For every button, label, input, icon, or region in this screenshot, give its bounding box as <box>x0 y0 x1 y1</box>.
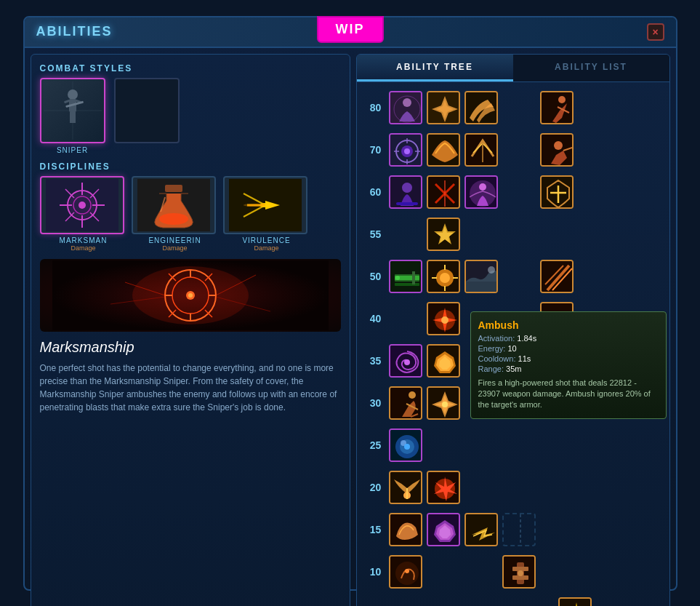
svg-point-71 <box>554 141 563 150</box>
ability-slot-35-1[interactable] <box>389 344 422 378</box>
svg-point-26 <box>159 213 188 225</box>
ability-slot-60-4[interactable] <box>540 175 574 209</box>
engineering-type: Damage <box>132 244 219 252</box>
level-row-25: 25 <box>363 427 664 463</box>
ability-slot-30-2[interactable] <box>427 386 460 420</box>
ability-slot-15-connector <box>502 513 536 546</box>
ability-slot-50-2[interactable] <box>427 260 460 293</box>
level-row-70: 70 <box>363 132 664 168</box>
level-10-number: 10 <box>363 566 389 578</box>
svg-point-62 <box>404 148 410 154</box>
empty-card-inner <box>116 79 178 142</box>
level-60-slots <box>389 175 664 209</box>
ability-slot-1-1[interactable] <box>558 597 592 607</box>
style-card-sniper[interactable]: SNIPER <box>40 78 105 154</box>
ability-slot-15-3[interactable] <box>464 513 498 546</box>
svg-rect-103 <box>466 282 498 293</box>
level-80-slots <box>389 91 664 124</box>
virulence-icon <box>229 179 302 231</box>
ability-slot-80-1[interactable] <box>389 91 422 124</box>
style-cards: SNIPER <box>40 78 341 154</box>
left-panel: COMBAT STYLES <box>31 54 350 607</box>
level-50-slots <box>389 260 664 293</box>
ability-slot-50-4[interactable] <box>540 260 574 293</box>
ability-slot-70-3[interactable] <box>464 133 498 167</box>
svg-point-58 <box>558 96 566 103</box>
ability-slot-60-3[interactable] <box>464 175 498 209</box>
tooltip-cooldown: Cooldown: 11s <box>478 354 659 363</box>
close-button[interactable]: × <box>647 23 664 41</box>
ability-slot-10-2[interactable] <box>502 555 536 589</box>
ability-slot-20-2[interactable] <box>427 471 460 504</box>
level-70-slots <box>389 133 664 167</box>
empty-label <box>114 146 180 154</box>
svg-point-97 <box>440 273 450 283</box>
svg-point-116 <box>404 359 410 365</box>
tooltip-title: Ambush <box>478 319 659 331</box>
spacer-55-2 <box>464 218 498 251</box>
marksmanship-icon <box>46 179 118 231</box>
sniper-card-inner <box>41 79 104 142</box>
ability-tree-content: 80 <box>357 82 669 607</box>
tooltip-cooldown-label: Cooldown: <box>478 354 516 363</box>
tab-ability-tree[interactable]: ABILITY TREE <box>357 55 513 81</box>
ability-slot-70-2[interactable] <box>427 133 460 167</box>
level-15-slots <box>389 513 664 546</box>
ability-slot-20-1[interactable] <box>389 471 422 504</box>
ability-slot-15-2[interactable] <box>427 513 460 546</box>
disciplines-label: DISCIPLINES <box>40 162 341 172</box>
svg-point-93 <box>395 276 400 280</box>
level-50-number: 50 <box>363 271 389 282</box>
level-25-number: 25 <box>363 439 389 451</box>
level-row-55: 55 <box>363 216 664 252</box>
ability-slot-80-3[interactable] <box>464 91 498 124</box>
style-card-empty[interactable] <box>114 78 180 154</box>
spacer-50-1 <box>502 260 536 293</box>
description-section: Marksmanship One perfect shot has the po… <box>40 339 341 607</box>
ability-slot-60-1[interactable] <box>389 175 422 209</box>
ability-slot-35-ambush[interactable] <box>427 344 460 378</box>
marksmanship-banner-art <box>52 260 329 330</box>
discipline-engineering[interactable]: ENGINEERIN Damage <box>132 176 219 252</box>
svg-rect-143 <box>504 514 536 546</box>
ability-slot-30-1[interactable] <box>389 386 422 420</box>
marksmanship-type: Damage <box>40 244 127 252</box>
window-title: ABILITIES <box>36 24 113 39</box>
combat-styles-label: COMBAT STYLES <box>40 63 341 73</box>
discipline-description: One perfect shot has the potential to ch… <box>40 362 341 414</box>
svg-point-146 <box>405 569 409 573</box>
level-15-number: 15 <box>363 524 389 535</box>
level-70-number: 70 <box>363 144 389 156</box>
discipline-marksmanship[interactable]: MARKSMAN Damage <box>40 176 127 252</box>
engineering-icon <box>137 179 210 231</box>
ability-slot-25-1[interactable] <box>389 428 422 462</box>
right-panel: ABILITY TREE ABILITY LIST 80 <box>356 54 670 607</box>
level-55-number: 55 <box>363 228 389 240</box>
level-10-slots <box>389 555 664 589</box>
marksmanship-name: MARKSMAN <box>40 236 127 244</box>
ability-slot-80-2[interactable] <box>427 91 460 124</box>
tab-ability-list[interactable]: ABILITY LIST <box>513 55 669 81</box>
ability-slot-55-1[interactable] <box>427 218 460 251</box>
ability-slot-60-2[interactable] <box>427 175 460 209</box>
discipline-virulence[interactable]: VIRULENCE Damage <box>223 176 310 252</box>
tooltip-description: Fires a high-powered shot that deals 228… <box>478 378 659 411</box>
ability-slot-15-1[interactable] <box>389 513 422 546</box>
ability-slot-70-1[interactable] <box>389 133 422 167</box>
svg-point-104 <box>488 266 495 274</box>
level-30-number: 30 <box>363 397 389 409</box>
tooltip-energy-value: 10 <box>507 344 516 353</box>
spacer-60-1 <box>502 175 536 209</box>
spacer-80-1 <box>502 91 536 124</box>
virulence-type: Damage <box>223 244 310 252</box>
svg-rect-75 <box>396 202 418 205</box>
title-bar: ABILITIES WIP × <box>25 17 676 48</box>
tooltip-range-value: 35m <box>506 364 521 373</box>
ability-slot-50-3[interactable] <box>464 260 498 293</box>
ability-slot-10-1[interactable] <box>389 555 422 589</box>
ability-slot-40-1[interactable] <box>427 302 460 335</box>
ability-slot-70-4[interactable] <box>540 133 574 167</box>
ability-slot-50-1[interactable] <box>389 260 422 293</box>
wip-badge: WIP <box>317 16 384 43</box>
ability-slot-80-4[interactable] <box>540 91 574 124</box>
